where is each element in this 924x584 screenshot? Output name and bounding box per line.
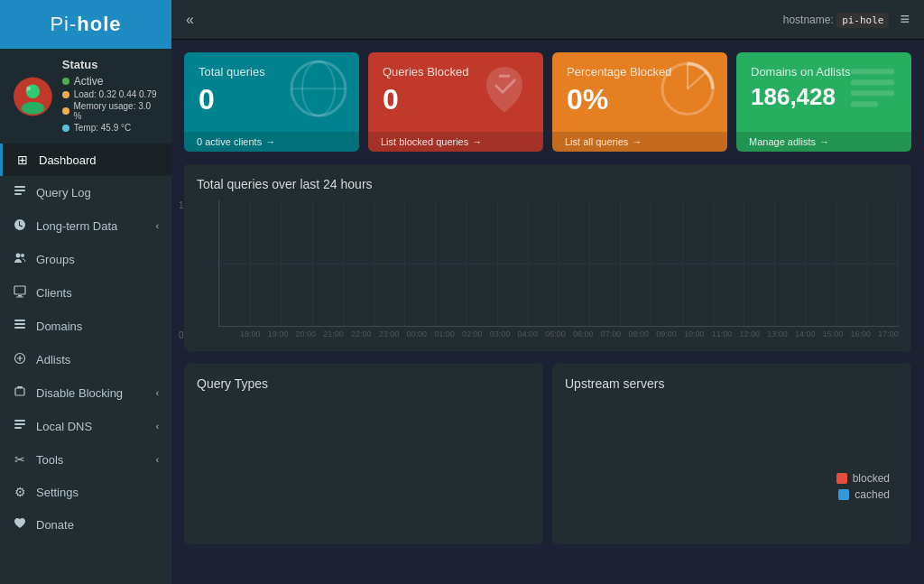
svg-point-1 <box>26 84 41 98</box>
chart-x-label: 15:00 <box>823 329 844 338</box>
chart-y-min: 0 <box>179 330 184 340</box>
sidebar-item-long-term-data[interactable]: Long-term Data ‹ <box>0 209 171 243</box>
chevron-icon: ‹ <box>156 221 159 231</box>
cached-legend-icon <box>838 489 849 500</box>
sidebar-item-settings[interactable]: ⚙ Settings <box>0 476 171 508</box>
queries-chart-section: Total queries over last 24 hours 1 0 <box>184 164 911 351</box>
chevron-icon: ‹ <box>156 388 159 398</box>
domains-adlists-footer[interactable]: Manage adlists → <box>736 132 911 152</box>
footer-arrow-icon: → <box>632 136 642 147</box>
svg-rect-11 <box>16 297 23 298</box>
percentage-blocked-footer[interactable]: List all queries → <box>552 132 727 152</box>
chevron-icon: ‹ <box>156 455 159 465</box>
queries-blocked-title: Queries Blocked <box>383 65 529 79</box>
sidebar-item-groups[interactable]: Groups <box>0 243 171 276</box>
footer-arrow-icon: → <box>819 136 829 147</box>
sidebar-item-domains[interactable]: Domains <box>0 310 171 343</box>
hostname-label: hostname: pi-hole <box>783 14 890 26</box>
chart-title: Total queries over last 24 hours <box>197 177 899 191</box>
active-dot-icon <box>62 78 69 85</box>
queries-blocked-footer[interactable]: List blocked queries → <box>368 132 543 152</box>
total-queries-card: Total queries 0 0 active clients → <box>184 52 359 152</box>
svg-rect-17 <box>17 386 23 388</box>
status-load-row: Load: 0.32 0.44 0.79 <box>62 89 159 99</box>
sidebar-item-label: Disable Blocking <box>36 386 123 400</box>
sidebar-item-adlists[interactable]: Adlists <box>0 343 171 376</box>
chart-x-label: 00:00 <box>407 329 428 338</box>
total-queries-title: Total queries <box>199 65 345 79</box>
domains-adlists-title: Domains on Adlists <box>751 65 897 79</box>
status-memory-row: Memory usage: 3.0 % <box>62 101 159 121</box>
sidebar-item-label: Groups <box>36 253 75 266</box>
query-types-title: Query Types <box>197 376 531 391</box>
memory-dot-icon <box>62 107 69 115</box>
chart-x-label: 19:00 <box>268 329 289 338</box>
settings-icon: ⚙ <box>13 485 27 499</box>
upstream-servers-title: Upstream servers <box>565 376 899 391</box>
percentage-blocked-title: Percentage Blocked <box>567 65 713 79</box>
chart-x-label: 13:00 <box>767 329 788 338</box>
chart-x-label: 04:00 <box>518 329 539 338</box>
sidebar-collapse-button[interactable]: « <box>186 12 194 28</box>
sidebar-item-local-dns[interactable]: Local DNS ‹ <box>0 410 171 443</box>
percentage-blocked-card: Percentage Blocked 0% List all queries → <box>552 52 727 152</box>
svg-rect-16 <box>15 388 24 395</box>
percentage-blocked-value: 0% <box>567 84 713 116</box>
status-active-label: Active <box>74 75 104 88</box>
svg-point-3 <box>26 86 31 90</box>
chart-x-label: 05:00 <box>545 329 566 338</box>
bottom-panels: Query Types Upstream servers blocked cac… <box>184 364 911 544</box>
sidebar-item-label: Clients <box>36 286 72 300</box>
svg-rect-4 <box>14 186 25 188</box>
chart-x-label: 02:00 <box>462 329 483 338</box>
chart-x-label: 01:00 <box>434 329 455 338</box>
status-temp-label: Temp: 45.9 °C <box>74 123 131 133</box>
sidebar-item-query-log[interactable]: Query Log <box>0 176 171 209</box>
main-content: « hostname: pi-hole ≡ Total queries 0 0 … <box>171 0 924 584</box>
chart-x-labels: 18:00 19:00 20:00 21:00 22:00 23:00 00:0… <box>240 329 899 338</box>
sidebar-nav: ⊞ Dashboard Query Log Long-term Data ‹ G… <box>0 144 171 584</box>
sidebar-item-donate[interactable]: Donate <box>0 508 171 542</box>
chart-y-max: 1 <box>179 200 184 210</box>
chart-x-label: 21:00 <box>323 329 344 338</box>
total-queries-footer[interactable]: 0 active clients → <box>184 132 359 152</box>
blocked-legend-label: blocked <box>853 472 890 485</box>
chart-x-label: 08:00 <box>629 329 650 338</box>
sidebar-item-dashboard[interactable]: ⊞ Dashboard <box>0 144 171 176</box>
chart-x-label: 22:00 <box>351 329 372 338</box>
chart-x-label: 23:00 <box>379 329 400 338</box>
svg-rect-20 <box>14 427 22 429</box>
sidebar-item-disable-blocking[interactable]: Disable Blocking ‹ <box>0 376 171 410</box>
stat-cards-row: Total queries 0 0 active clients → Queri… <box>184 52 911 152</box>
sidebar-item-label: Settings <box>36 486 79 499</box>
app-title-pi: Pi- <box>50 13 77 35</box>
svg-rect-19 <box>14 423 25 425</box>
svg-rect-12 <box>14 320 25 321</box>
svg-rect-10 <box>18 295 22 297</box>
upstream-servers-panel: Upstream servers blocked cached <box>552 364 911 544</box>
dashboard-icon: ⊞ <box>15 153 30 167</box>
svg-point-2 <box>22 101 44 114</box>
sidebar-item-tools[interactable]: ✂ Tools ‹ <box>0 443 171 476</box>
chart-x-label: 10:00 <box>684 329 705 338</box>
topbar-menu-button[interactable]: ≡ <box>900 10 910 29</box>
queries-blocked-card: Queries Blocked 0 List blocked queries → <box>368 52 543 152</box>
clients-icon <box>13 285 27 301</box>
status-load-label: Load: 0.32 0.44 0.79 <box>74 89 157 99</box>
query-types-panel: Query Types <box>184 364 543 544</box>
sidebar-item-clients[interactable]: Clients <box>0 276 171 310</box>
sidebar-item-label: Long-term Data <box>36 219 117 233</box>
local-dns-icon <box>13 419 27 434</box>
chevron-icon: ‹ <box>156 422 159 431</box>
sidebar-item-label: Query Log <box>36 186 91 199</box>
sidebar-item-label: Local DNS <box>36 420 92 433</box>
domains-icon <box>13 319 27 334</box>
blocked-legend-icon <box>836 473 847 484</box>
chart-x-label: 06:00 <box>573 329 594 338</box>
svg-point-8 <box>21 254 24 257</box>
sidebar-item-label: Dashboard <box>39 153 97 167</box>
domains-adlists-card: Domains on Adlists 186,428 Manage adlist… <box>736 52 911 152</box>
chart-x-label: 16:00 <box>851 329 872 338</box>
long-term-data-icon <box>13 218 27 234</box>
chart-x-label: 03:00 <box>490 329 511 338</box>
